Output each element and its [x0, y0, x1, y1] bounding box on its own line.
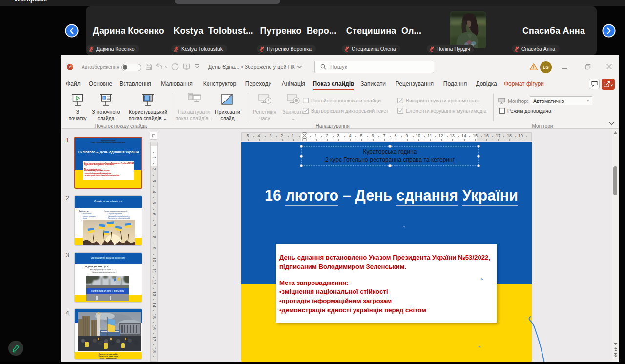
- svg-text:P: P: [69, 65, 72, 69]
- svg-text:UKRAINIANS WILL REMAIN: UKRAINIANS WILL REMAIN: [91, 290, 124, 293]
